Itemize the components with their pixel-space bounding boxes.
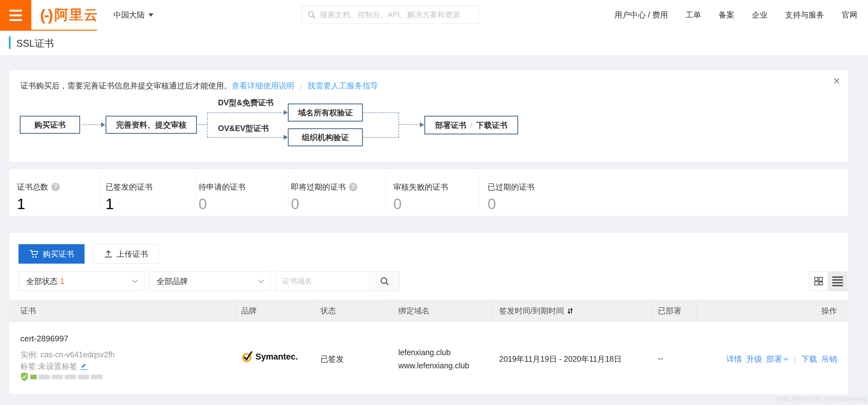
upload-icon [104,250,113,258]
grid-view-icon [814,277,823,286]
page-title-bar [0,30,868,56]
edit-tag-button[interactable] [81,363,87,370]
domain-search-button[interactable] [370,271,400,291]
region-label: 中国大陆 [113,10,145,20]
action-upgrade[interactable]: 升级 [746,354,762,364]
certificate-stats: 证书总数 1 已签发的证书 1 待申请的证书 0 即将过期的证书 0 [9,169,848,216]
stat-failed-label: 审核失败的证书 [393,182,448,192]
domain-search-input[interactable] [276,271,370,291]
action-deploy-dropdown[interactable]: 部署 [767,354,788,364]
flow-step-deploy-download: 部署证书 / 下载证书 [424,116,518,135]
bound-domains: lefenxiang.club www.lefenxiang.club [398,346,469,372]
flow-dash [398,113,399,138]
page-title: SSL证书 [16,37,54,50]
flow-label-ovev: OV&EV型证书 [218,123,269,134]
title-accent-bar [9,36,11,49]
stat-issued-value: 1 [105,195,153,212]
progress-segment [30,375,37,379]
action-revoke[interactable]: 吊销 [822,354,837,364]
search-icon [308,11,316,19]
flow-step-domain-verify: 域名所有权验证 [288,104,363,122]
menu-tickets[interactable]: 工单 [685,10,701,20]
stat-expiring: 即将过期的证书 0 [291,182,357,212]
progress-segment [91,375,102,379]
flow-dash [82,124,101,125]
symantec-logo-icon [241,350,254,363]
menu-official-site[interactable]: 官网 [842,10,857,20]
brand-filter-select[interactable]: 全部品牌 [149,271,271,291]
menu-support[interactable]: 支持与服务 [785,10,824,20]
pencil-icon [81,363,87,369]
action-details[interactable]: 详情 [726,354,742,364]
cert-id[interactable]: cert-2896997 [20,334,68,344]
usage-doc-link[interactable]: 查看详细使用说明 [232,81,294,91]
flow-dash [363,137,399,138]
menu-enterprise[interactable]: 企业 [752,10,768,20]
menu-icp-filing[interactable]: 备案 [719,10,734,20]
flow-arrow-icon [284,110,288,115]
list-view-button[interactable] [828,272,847,291]
deployed-value: -- [658,354,663,363]
action-download[interactable]: 下载 [801,354,817,364]
chevron-down-icon [132,280,138,283]
progress-segment [78,375,89,379]
orange-accent-line [0,30,97,31]
notice-row: 证书购买后，需要完善证书信息并提交审核通过后才能使用。 查看详细使用说明 | 我… [20,81,378,91]
col-header-brand: 品牌 [241,300,257,322]
col-header-actions: 操作 [822,300,837,322]
topbar: (-) 阿里云 中国大陆 用户中心 / 费用 工单 备案 企业 支持与服务 官网 [0,0,868,30]
validity-period: 2019年11月19日 - 2020年11月18日 [499,354,622,364]
upload-certificate-button[interactable]: 上传证书 [93,244,159,264]
buy-certificate-button[interactable]: 购买证书 [19,244,85,264]
help-icon[interactable] [349,183,357,191]
status-filter-select[interactable]: 全部状态 1 [19,271,144,291]
stat-total-label: 证书总数 [17,182,48,192]
cert-progress [20,372,102,381]
aliyun-ssl-console: (-) 阿里云 中国大陆 用户中心 / 费用 工单 备案 企业 支持与服务 官网… [0,0,868,405]
list-view-icon [832,277,843,286]
flow-dash [207,112,284,113]
flow-dash [207,137,284,138]
flow-dash [398,124,420,125]
domain-search-group [276,271,400,291]
stat-issued-label: 已签发的证书 [105,182,153,192]
close-icon[interactable]: × [833,75,840,87]
col-header-status: 状态 [320,300,336,322]
flow-label-dv: DV型&免费证书 [218,97,274,108]
watermark: https://blog.csdn.net/andamajing [777,395,867,402]
cert-instance: 实例: cas-cn-v641edqsv2fh [20,349,115,360]
stat-expiring-value: 0 [291,195,357,212]
hamburger-menu-button[interactable] [0,0,31,31]
domain-primary: lefenxiang.club [398,346,469,359]
flow-download-label: 下载证书 [476,120,507,131]
stat-total-value: 1 [17,195,60,212]
flow-step-buy: 购买证书 [20,116,80,134]
flow-step-org-verify: 组织机构验证 [288,128,363,146]
stat-divider [479,175,479,211]
card-view-button[interactable] [809,272,828,291]
human-service-link[interactable]: 我需要人工服务指导 [308,81,378,91]
flow-dash [198,124,207,125]
flow-slash: / [470,121,472,130]
table-header: 证书 品牌 状态 绑定域名 签发时间/到期时间 已部署 操作 [9,300,848,322]
sort-icon[interactable] [567,307,574,315]
stat-issued: 已签发的证书 1 [105,182,153,212]
chevron-down-icon [783,358,788,361]
global-search-input[interactable] [319,10,478,20]
help-icon[interactable] [51,183,60,191]
menu-user-center[interactable]: 用户中心 / 费用 [614,10,668,20]
chevron-down-icon [258,280,264,283]
stat-expired-label: 已过期的证书 [488,182,534,192]
brand-cell: Symantec. [241,350,298,363]
global-search[interactable] [302,6,479,24]
aliyun-logo[interactable]: (-) 阿里云 [40,0,99,30]
col-header-validity: 签发时间/到期时间 [499,300,574,322]
progress-segment [65,375,76,379]
domain-www: www.lefenxiang.club [398,359,469,372]
col-header-domains: 绑定域名 [398,300,430,322]
flow-dash [363,112,399,113]
flow-arrow-icon [284,135,288,140]
region-selector[interactable]: 中国大陆 [113,0,153,30]
aliyun-logo-text: 阿里云 [55,6,99,24]
link-separator: | [300,82,302,90]
